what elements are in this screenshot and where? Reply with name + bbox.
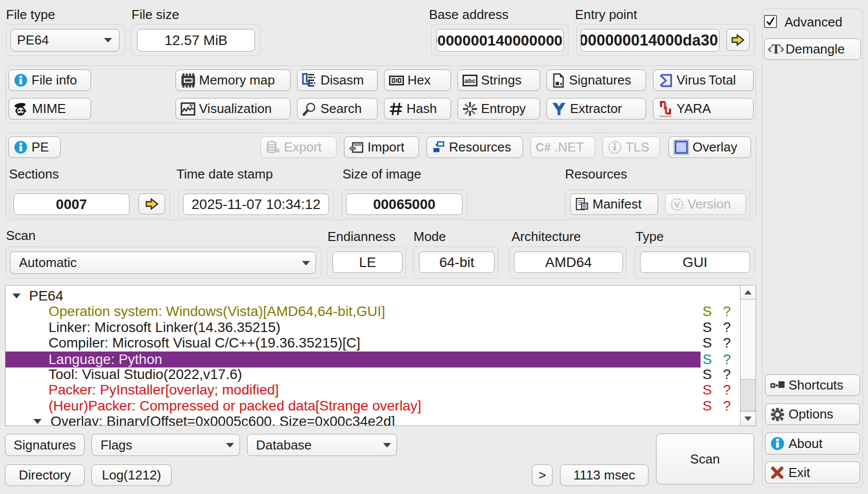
svg-text:T: T: [772, 42, 780, 56]
svg-text:abc: abc: [464, 77, 476, 84]
